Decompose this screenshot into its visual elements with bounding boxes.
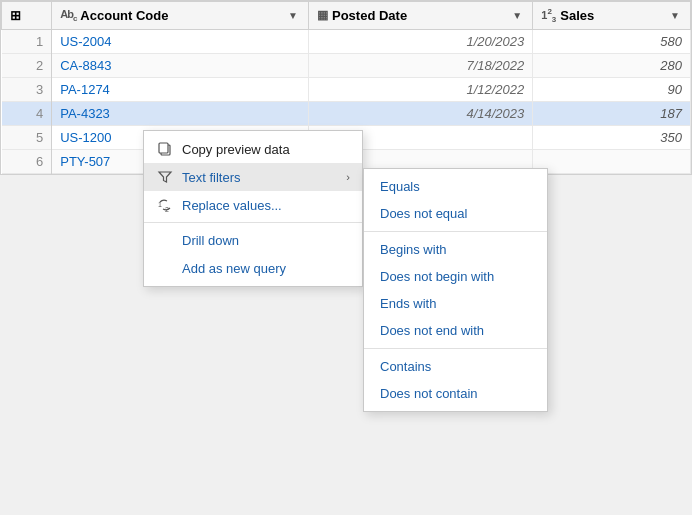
- svg-text:2: 2: [165, 206, 169, 213]
- sales-label: Sales: [560, 8, 594, 23]
- contains-label: Contains: [380, 359, 431, 374]
- begins-with-item[interactable]: Begins with: [364, 236, 547, 263]
- equals-item[interactable]: Equals: [364, 173, 547, 200]
- copy-icon: [156, 141, 174, 157]
- does-not-equal-item[interactable]: Does not equal: [364, 200, 547, 227]
- drill-down-label: Drill down: [182, 233, 350, 248]
- posted-date-dropdown[interactable]: ▼: [510, 10, 524, 21]
- table-grid-icon: ⊞: [10, 8, 21, 23]
- sales-header[interactable]: 123 Sales ▼: [533, 2, 691, 30]
- contains-item[interactable]: Contains: [364, 353, 547, 380]
- sales-cell: 187: [533, 101, 691, 125]
- row-number: 6: [2, 149, 52, 173]
- account-code-cell: PA-1274: [52, 77, 309, 101]
- posted-date-cell: 1/12/2022: [308, 77, 532, 101]
- ends-with-item[interactable]: Ends with: [364, 290, 547, 317]
- sales-dropdown[interactable]: ▼: [668, 10, 682, 21]
- row-number-header: ⊞: [2, 2, 52, 30]
- copy-preview-label: Copy preview data: [182, 142, 350, 157]
- replace-icon: 1 2: [156, 197, 174, 213]
- posted-date-cell: 1/20/2023: [308, 29, 532, 53]
- account-code-label: Account Code: [80, 8, 168, 23]
- context-menu: Copy preview data Text filters › 1 2 Rep…: [143, 130, 363, 287]
- svg-text:1: 1: [158, 201, 162, 208]
- row-number: 2: [2, 53, 52, 77]
- add-new-query-label: Add as new query: [182, 261, 350, 276]
- account-code-cell: CA-8843: [52, 53, 309, 77]
- number-icon: 123: [541, 7, 556, 24]
- does-not-equal-label: Does not equal: [380, 206, 467, 221]
- drill-down-item[interactable]: Drill down: [144, 226, 362, 254]
- text-filters-chevron: ›: [346, 171, 350, 183]
- row-number: 4: [2, 101, 52, 125]
- table-row: 4PA-43234/14/2023187: [2, 101, 691, 125]
- does-not-contain-label: Does not contain: [380, 386, 478, 401]
- row-number: 5: [2, 125, 52, 149]
- table-row: 1US-20041/20/2023580: [2, 29, 691, 53]
- add-new-query-item[interactable]: Add as new query: [144, 254, 362, 282]
- sales-cell: 280: [533, 53, 691, 77]
- account-code-cell: US-2004: [52, 29, 309, 53]
- posted-date-label: Posted Date: [332, 8, 407, 23]
- account-code-header[interactable]: Abc Account Code ▼: [52, 2, 309, 30]
- replace-values-label: Replace values...: [182, 198, 350, 213]
- text-filters-item[interactable]: Text filters ›: [144, 163, 362, 191]
- abc-icon: Abc: [60, 8, 76, 23]
- svg-rect-1: [159, 143, 168, 153]
- text-filters-submenu: Equals Does not equal Begins with Does n…: [363, 168, 548, 412]
- filter-icon: [156, 169, 174, 185]
- account-code-cell: PA-4323: [52, 101, 309, 125]
- does-not-end-with-label: Does not end with: [380, 323, 484, 338]
- ends-with-label: Ends with: [380, 296, 436, 311]
- does-not-begin-with-item[interactable]: Does not begin with: [364, 263, 547, 290]
- posted-date-header[interactable]: ▦ Posted Date ▼: [308, 2, 532, 30]
- begins-with-label: Begins with: [380, 242, 446, 257]
- submenu-divider-2: [364, 348, 547, 349]
- copy-preview-item[interactable]: Copy preview data: [144, 135, 362, 163]
- does-not-begin-with-label: Does not begin with: [380, 269, 494, 284]
- sales-cell: [533, 149, 691, 173]
- add-query-icon: [156, 260, 174, 276]
- equals-label: Equals: [380, 179, 420, 194]
- text-filters-label: Text filters: [182, 170, 338, 185]
- sales-cell: 580: [533, 29, 691, 53]
- does-not-end-with-item[interactable]: Does not end with: [364, 317, 547, 344]
- account-code-dropdown[interactable]: ▼: [286, 10, 300, 21]
- submenu-divider-1: [364, 231, 547, 232]
- row-number: 3: [2, 77, 52, 101]
- table-row: 3PA-12741/12/202290: [2, 77, 691, 101]
- drill-down-icon: [156, 232, 174, 248]
- posted-date-cell: 4/14/2023: [308, 101, 532, 125]
- table-row: 2CA-88437/18/2022280: [2, 53, 691, 77]
- does-not-contain-item[interactable]: Does not contain: [364, 380, 547, 407]
- menu-divider-1: [144, 222, 362, 223]
- row-number: 1: [2, 29, 52, 53]
- replace-values-item[interactable]: 1 2 Replace values...: [144, 191, 362, 219]
- posted-date-cell: 7/18/2022: [308, 53, 532, 77]
- sales-cell: 350: [533, 125, 691, 149]
- calendar-icon: ▦: [317, 8, 328, 22]
- sales-cell: 90: [533, 77, 691, 101]
